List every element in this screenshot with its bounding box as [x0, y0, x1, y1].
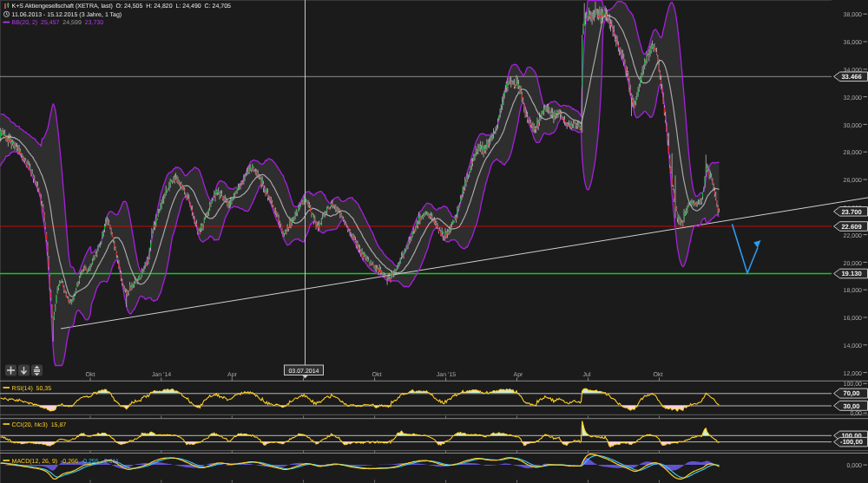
svg-text:Apr: Apr: [227, 372, 238, 378]
svg-text:Jan '14: Jan '14: [152, 372, 171, 378]
svg-text:03.07.2014: 03.07.2014: [288, 369, 319, 375]
svg-text:CCI(20, hlc3) 15,87: CCI(20, hlc3) 15,87: [12, 421, 67, 428]
svg-text:20,000: 20,000: [844, 261, 863, 267]
svg-text:0,00: 0,00: [850, 411, 862, 417]
svg-text:14,000: 14,000: [844, 343, 863, 349]
svg-text:MACD(12, 26, 9) -0,266 -0,25: MACD(12, 26, 9) -0,266 -0,255 -0,011: [12, 458, 119, 465]
svg-text:Okt: Okt: [654, 371, 663, 378]
svg-text:BB(20, 2) 25,457 24,599 23,: BB(20, 2) 25,457 24,599 23,730: [12, 19, 104, 26]
svg-text:100,00: 100,00: [844, 382, 863, 388]
svg-text:30,000: 30,000: [844, 123, 863, 129]
svg-text:0,000: 0,000: [846, 463, 862, 469]
svg-text:36,000: 36,000: [844, 40, 863, 46]
svg-text:Jul: Jul: [583, 371, 591, 378]
svg-text:Jan '15: Jan '15: [437, 372, 456, 378]
svg-text:70,00: 70,00: [843, 389, 859, 397]
svg-text:Okt: Okt: [372, 371, 382, 378]
svg-text:23.700: 23.700: [841, 208, 861, 216]
svg-text:19.130: 19.130: [841, 270, 861, 277]
svg-text:28,000: 28,000: [844, 150, 863, 156]
svg-text:22,000: 22,000: [844, 233, 863, 239]
svg-text:K+S Aktiengesellschaft (XETRA,: K+S Aktiengesellschaft (XETRA, last) O: …: [12, 3, 231, 10]
svg-text:32,000: 32,000: [844, 95, 863, 101]
svg-text:18,000: 18,000: [844, 288, 863, 294]
svg-text:22.609: 22.609: [841, 223, 861, 231]
svg-text:26,000: 26,000: [844, 178, 863, 184]
svg-text:16,000: 16,000: [844, 316, 863, 322]
svg-text:30,00: 30,00: [843, 402, 859, 410]
svg-text:-100,00: -100,00: [840, 438, 863, 446]
svg-text:RSI(14) 50,35: RSI(14) 50,35: [12, 385, 52, 392]
svg-text:Okt: Okt: [86, 371, 95, 378]
svg-text:33.466: 33.466: [841, 73, 861, 81]
svg-text:11.06.2013 - 15.12.2015 (3 Jah: 11.06.2013 - 15.12.2015 (3 Jahre, 1 Tag): [12, 11, 122, 18]
svg-text:38,000: 38,000: [844, 12, 863, 18]
svg-text:Apr: Apr: [514, 372, 524, 378]
svg-text:12,000: 12,000: [844, 371, 863, 377]
